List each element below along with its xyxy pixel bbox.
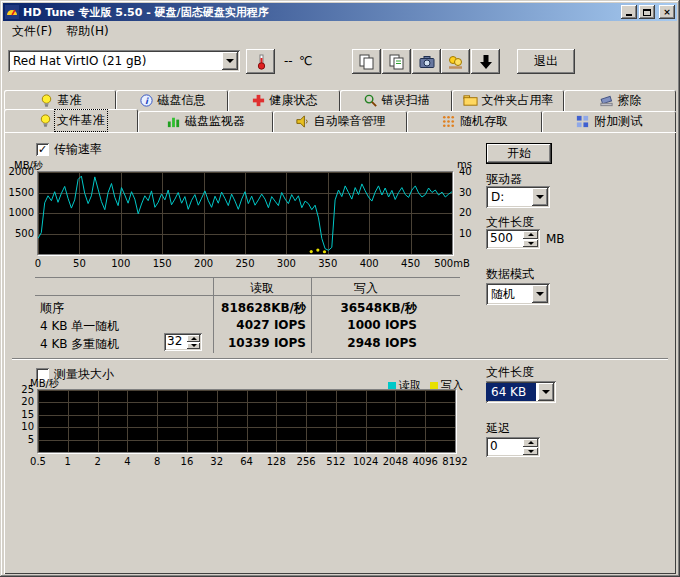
drive-select[interactable]: Red Hat VirtIO (21 gB) xyxy=(8,50,240,72)
data-mode-combo[interactable]: 随机 xyxy=(486,283,550,305)
minimize-button[interactable] xyxy=(621,5,637,19)
tick-label: 20 xyxy=(459,207,472,218)
chevron-down-icon[interactable] xyxy=(532,188,548,206)
spin-down-icon[interactable] xyxy=(523,240,538,248)
eraser-icon xyxy=(599,93,614,108)
drive-select-value: Red Hat VirtIO (21 gB) xyxy=(8,52,220,70)
tab-error-scan[interactable]: 错误扫描 xyxy=(340,90,452,111)
tick-label: 250 xyxy=(225,258,265,269)
copy-button[interactable] xyxy=(352,49,381,74)
tab-disk-monitor[interactable]: 磁盘监视器 xyxy=(138,111,272,132)
file-length-spinner[interactable]: 500 xyxy=(486,229,540,249)
drive-combo-value: D: xyxy=(486,188,530,206)
row-label-4k-multi: 4 KB 多重随机 xyxy=(40,336,119,353)
chart2-yaxis-left: 252015105 xyxy=(12,390,36,452)
tick-label: 100 xyxy=(101,258,141,269)
chart1-xaxis: 050100150200250300350400450500mB xyxy=(38,258,452,270)
section-separator xyxy=(12,358,668,360)
gold-coins-icon xyxy=(447,53,465,71)
temperature-value: -- xyxy=(284,54,293,68)
tab-disk-info[interactable]: i 磁盘信息 xyxy=(116,90,228,111)
delay-value: 0 xyxy=(486,437,521,457)
lamp-icon xyxy=(39,93,54,108)
tick-label: 1500 xyxy=(9,187,34,198)
tick-label: 500 xyxy=(15,228,34,239)
maximize-button[interactable] xyxy=(639,5,655,19)
download-arrow-icon xyxy=(477,53,495,71)
app-icon xyxy=(5,5,19,19)
copy-page-button[interactable] xyxy=(382,49,411,74)
temperature-button[interactable] xyxy=(246,49,275,74)
write-legend-swatch xyxy=(430,382,438,390)
tab-extra-tests[interactable]: 附加测试 xyxy=(542,111,676,132)
file-benchmark-panel: ✓ 传输速率 MB/秒 ms 200015001000500 40302010 … xyxy=(4,132,676,574)
tab-erase[interactable]: 擦除 xyxy=(564,90,676,111)
tick-label: 5 xyxy=(28,434,34,445)
spin-down-icon[interactable] xyxy=(523,448,538,456)
cell-4k-single-write: 1000 IOPS xyxy=(319,318,417,332)
save-results-button[interactable] xyxy=(471,49,500,74)
block-file-length-value: 64 KB xyxy=(486,383,536,401)
camera-icon xyxy=(418,53,436,71)
spin-up-icon[interactable] xyxy=(187,335,200,342)
tab-label: 健康状态 xyxy=(270,92,318,109)
magnifier-icon xyxy=(363,93,378,108)
tab-label: 文件夹占用率 xyxy=(482,92,554,109)
checkbox-label: 测量块大小 xyxy=(54,366,114,383)
temperature-unit: ℃ xyxy=(299,54,312,68)
drive-combo[interactable]: D: xyxy=(486,186,550,208)
squares-icon xyxy=(575,114,590,129)
cell-4k-multi-write: 2948 IOPS xyxy=(319,336,417,350)
spin-down-icon[interactable] xyxy=(187,343,200,350)
delay-spinner[interactable]: 0 xyxy=(486,437,540,457)
queue-depth-spinner[interactable]: 32 xyxy=(164,333,202,351)
tab-label: 磁盘监视器 xyxy=(185,113,245,130)
data-mode-label: 数据模式 xyxy=(486,266,534,283)
block-file-length-label: 文件长度 xyxy=(486,364,534,381)
menu-file[interactable]: 文件(F) xyxy=(5,21,59,42)
health-cross-icon xyxy=(251,93,266,108)
chart2-ylabel-left: MB/秒 xyxy=(30,377,59,391)
tab-random-access[interactable]: 随机存取 xyxy=(407,111,541,132)
tick-label: 200 xyxy=(184,258,224,269)
tab-label: 磁盘信息 xyxy=(158,92,206,109)
copy-icon xyxy=(358,53,376,71)
tab-aam[interactable]: 自动噪音管理 xyxy=(273,111,407,132)
chevron-down-icon[interactable] xyxy=(538,383,554,401)
tab-health[interactable]: 健康状态 xyxy=(228,90,340,111)
spin-up-icon[interactable] xyxy=(523,231,538,239)
queue-depth-value: 32 xyxy=(164,333,185,351)
read-legend-swatch xyxy=(388,382,396,390)
menu-help[interactable]: 帮助(H) xyxy=(59,21,115,42)
transfer-rate-checkbox[interactable]: ✓ 传输速率 xyxy=(36,141,102,158)
tick-label: 150 xyxy=(142,258,182,269)
copy-page-icon xyxy=(388,53,406,71)
screenshot-button[interactable] xyxy=(412,49,441,74)
block-file-length-combo[interactable]: 64 KB xyxy=(486,381,556,403)
tab-label: 附加测试 xyxy=(594,113,642,130)
col-header-write: 写入 xyxy=(311,280,421,297)
tick-label: 2000 xyxy=(9,166,34,177)
donate-button[interactable] xyxy=(441,49,470,74)
tab-label: 擦除 xyxy=(618,92,642,109)
exit-button[interactable]: 退出 xyxy=(517,49,575,74)
close-button[interactable]: × xyxy=(659,5,675,19)
lamp-icon xyxy=(38,113,53,128)
folder-icon xyxy=(463,93,478,108)
spin-up-icon[interactable] xyxy=(523,439,538,447)
tick-label: 15 xyxy=(21,409,34,420)
chevron-down-icon[interactable] xyxy=(532,285,548,303)
checkbox-box[interactable]: ✓ xyxy=(36,143,49,156)
tick-label: 450 xyxy=(391,258,431,269)
tab-folder-usage[interactable]: 文件夹占用率 xyxy=(452,90,564,111)
cell-sequential-read: 818628KB/秒 xyxy=(216,300,306,317)
chevron-down-icon[interactable] xyxy=(222,52,238,70)
dots-grid-icon xyxy=(441,114,456,129)
start-button[interactable]: 开始 xyxy=(486,143,552,164)
file-length-value: 500 xyxy=(486,229,521,249)
col-header-read: 读取 xyxy=(213,280,311,297)
tab-file-benchmark[interactable]: 文件基准 xyxy=(4,109,138,132)
window-title: HD Tune 专业版 5.50 - 硬盘/固态硬盘实用程序 xyxy=(23,5,619,20)
tab-benchmark[interactable]: 基准 xyxy=(4,90,116,111)
tick-label: 300 xyxy=(266,258,306,269)
